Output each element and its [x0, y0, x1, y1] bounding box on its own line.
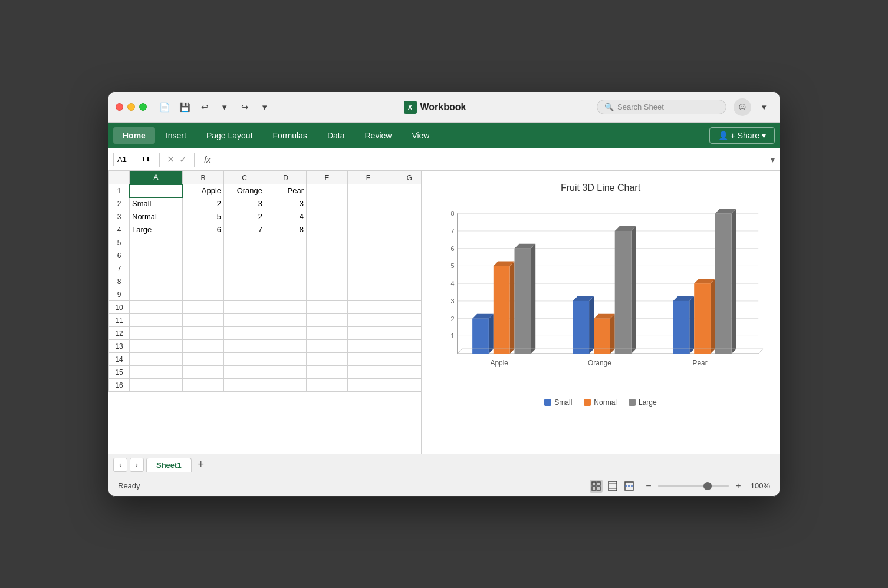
cell-E12[interactable] [307, 327, 348, 340]
cell-F4[interactable] [348, 223, 389, 236]
cell-C2[interactable]: 3 [224, 197, 265, 210]
col-header-d[interactable]: D [265, 171, 307, 184]
cell-D16[interactable] [265, 379, 307, 392]
cell-E7[interactable] [307, 262, 348, 275]
cell-B6[interactable] [183, 249, 224, 262]
document-icon[interactable]: 📄 [156, 99, 173, 115]
cell-D4[interactable]: 8 [265, 223, 307, 236]
cell-A10[interactable] [130, 301, 183, 314]
cell-D5[interactable] [265, 236, 307, 249]
cell-B9[interactable] [183, 288, 224, 301]
zoom-out-button[interactable]: − [643, 480, 655, 492]
cell-A6[interactable] [130, 249, 183, 262]
cell-E14[interactable] [307, 353, 348, 366]
cell-E8[interactable] [307, 275, 348, 288]
tab-formulas[interactable]: Formulas [264, 127, 317, 144]
cell-F15[interactable] [348, 366, 389, 379]
col-header-f[interactable]: F [348, 171, 389, 184]
cell-B8[interactable] [183, 275, 224, 288]
cell-C8[interactable] [224, 275, 265, 288]
page-layout-view-button[interactable] [606, 480, 619, 493]
cell-A2[interactable]: Small [130, 197, 183, 210]
cell-F7[interactable] [348, 262, 389, 275]
minimize-button[interactable] [127, 103, 135, 111]
cell-D13[interactable] [265, 340, 307, 353]
cell-B11[interactable] [183, 314, 224, 327]
cell-E2[interactable] [307, 197, 348, 210]
cell-D8[interactable] [265, 275, 307, 288]
cell-B4[interactable]: 6 [183, 223, 224, 236]
cell-A15[interactable] [130, 366, 183, 379]
cell-D9[interactable] [265, 288, 307, 301]
cell-F2[interactable] [348, 197, 389, 210]
cell-C5[interactable] [224, 236, 265, 249]
cell-F16[interactable] [348, 379, 389, 392]
cell-E9[interactable] [307, 288, 348, 301]
cell-F3[interactable] [348, 210, 389, 223]
cell-A3[interactable]: Normal [130, 210, 183, 223]
cell-B14[interactable] [183, 353, 224, 366]
cancel-formula-icon[interactable]: ✕ [167, 154, 175, 165]
cell-F11[interactable] [348, 314, 389, 327]
cell-D2[interactable]: 3 [265, 197, 307, 210]
cell-A14[interactable] [130, 353, 183, 366]
cell-B1[interactable]: Apple [183, 184, 224, 197]
cell-A7[interactable] [130, 262, 183, 275]
cell-A13[interactable] [130, 340, 183, 353]
cell-A11[interactable] [130, 314, 183, 327]
cell-F14[interactable] [348, 353, 389, 366]
cell-C3[interactable]: 2 [224, 210, 265, 223]
cell-E3[interactable] [307, 210, 348, 223]
profile-dropdown-icon[interactable]: ▾ [756, 99, 772, 115]
cell-D10[interactable] [265, 301, 307, 314]
sheet-prev-button[interactable]: ‹ [113, 458, 127, 472]
cell-C7[interactable] [224, 262, 265, 275]
cell-C15[interactable] [224, 366, 265, 379]
close-button[interactable] [116, 103, 123, 111]
cell-B16[interactable] [183, 379, 224, 392]
cell-E5[interactable] [307, 236, 348, 249]
cell-E6[interactable] [307, 249, 348, 262]
cell-E1[interactable] [307, 184, 348, 197]
search-bar[interactable]: 🔍 Search Sheet [597, 100, 726, 114]
col-header-c[interactable]: C [224, 171, 265, 184]
cell-E10[interactable] [307, 301, 348, 314]
tab-insert[interactable]: Insert [156, 127, 196, 144]
cell-C1[interactable]: Orange [224, 184, 265, 197]
col-header-b[interactable]: B [183, 171, 224, 184]
tab-home[interactable]: Home [113, 127, 155, 144]
cell-D7[interactable] [265, 262, 307, 275]
cell-reference-box[interactable]: A1 ⬆⬇ [113, 153, 154, 166]
cell-C9[interactable] [224, 288, 265, 301]
cell-E11[interactable] [307, 314, 348, 327]
cell-C11[interactable] [224, 314, 265, 327]
cell-D1[interactable]: Pear [265, 184, 307, 197]
confirm-formula-icon[interactable]: ✓ [179, 154, 187, 165]
sheet-next-button[interactable]: › [130, 458, 144, 472]
cell-F1[interactable] [348, 184, 389, 197]
cell-C6[interactable] [224, 249, 265, 262]
cell-B13[interactable] [183, 340, 224, 353]
maximize-button[interactable] [139, 103, 147, 111]
cell-D12[interactable] [265, 327, 307, 340]
cell-E16[interactable] [307, 379, 348, 392]
undo-icon[interactable]: ↩ [196, 99, 213, 115]
col-header-e[interactable]: E [307, 171, 348, 184]
cell-C13[interactable] [224, 340, 265, 353]
cell-D15[interactable] [265, 366, 307, 379]
share-button[interactable]: 👤 + Share ▾ [709, 127, 775, 144]
cell-C10[interactable] [224, 301, 265, 314]
cell-E4[interactable] [307, 223, 348, 236]
tab-view[interactable]: View [402, 127, 439, 144]
cell-B12[interactable] [183, 327, 224, 340]
cell-B15[interactable] [183, 366, 224, 379]
cell-F5[interactable] [348, 236, 389, 249]
page-break-view-button[interactable] [623, 480, 636, 493]
cell-A9[interactable] [130, 288, 183, 301]
cell-C14[interactable] [224, 353, 265, 366]
cell-D6[interactable] [265, 249, 307, 262]
cell-F8[interactable] [348, 275, 389, 288]
cell-A5[interactable] [130, 236, 183, 249]
cell-B10[interactable] [183, 301, 224, 314]
normal-view-button[interactable] [590, 480, 603, 493]
